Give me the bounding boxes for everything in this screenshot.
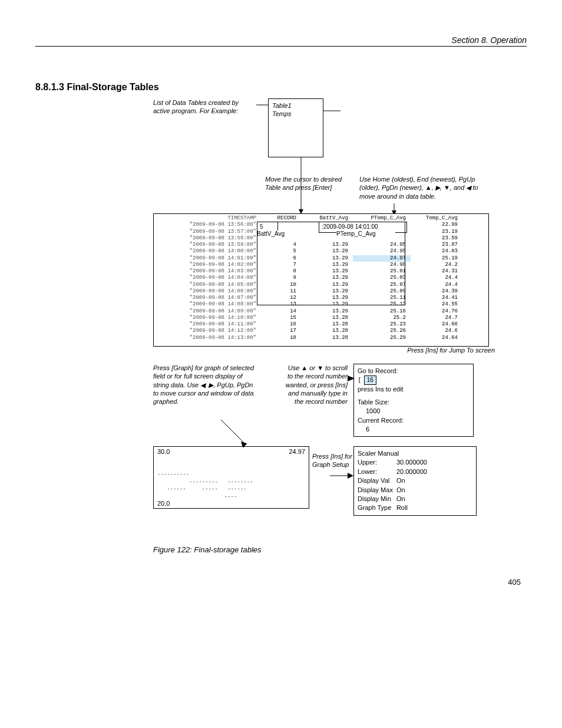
cell: 7 <box>261 262 301 268</box>
scaler-cell: Display Max <box>358 486 396 495</box>
table-row: "2009-09-08 13:58:00"23.59 <box>156 235 486 242</box>
cell: 24.6 <box>411 328 462 334</box>
cell: 13.29 <box>301 255 353 262</box>
scaler-cell: Roll <box>396 503 431 512</box>
table-row: "2009-09-08 14:01:00"613.2924.9725.19 <box>156 255 486 262</box>
arrow-icon <box>330 473 353 479</box>
scaler-row: Display MinOn <box>358 495 431 503</box>
cell: 5 <box>261 248 301 255</box>
cell: 4 <box>261 242 301 248</box>
table-row: "2009-09-08 14:10:00"1513.2825.224.7 <box>156 315 486 321</box>
cell: 25.23 <box>353 321 411 328</box>
cell: 23.87 <box>411 242 462 248</box>
col-header-record: RECORD <box>261 215 301 222</box>
cell: 24.7 <box>411 315 462 321</box>
cell: 24.2 <box>411 262 462 268</box>
table-row: "2009-09-08 14:13:00"1813.2825.2924.64 <box>156 335 486 341</box>
table-row: "2009-09-08 14:08:00"1313.2925.1324.55 <box>156 301 486 308</box>
annotation-scroll: Use ▲ or ▼ to scroll to the record numbe… <box>283 364 348 406</box>
table-row: "2009-09-08 14:04:00"913.2925.0324.4 <box>156 275 486 281</box>
cell: 25.09 <box>353 288 411 295</box>
goto-value[interactable]: 16 <box>364 375 376 385</box>
cell: 13.28 <box>301 335 353 341</box>
cell: 14 <box>261 308 301 315</box>
table-row: "2009-09-08 14:09:00"1413.2925.1624.76 <box>156 308 486 315</box>
cell: "2009-09-08 14:08:00" <box>156 301 261 308</box>
cell: 9 <box>261 275 301 281</box>
cell: "2009-09-08 14:11:00" <box>156 321 261 328</box>
cell: 24.76 <box>411 308 462 315</box>
scaler-table: Upper:30.000000Lower:20.000000Display Va… <box>358 458 431 512</box>
scaler-cell: Upper: <box>358 458 396 467</box>
svg-line-7 <box>221 420 244 443</box>
cell: 25.13 <box>353 301 411 308</box>
cell: 25.2 <box>353 315 411 321</box>
annotation-move: Move the cursor to desired Table and pre… <box>265 175 348 192</box>
cell: 12 <box>261 295 301 301</box>
cell: 6 <box>261 255 301 262</box>
arrow-icon <box>221 420 256 449</box>
table-row: "2009-09-08 14:05:00"1013.2925.0724.4 <box>156 282 486 288</box>
cell: 13.29 <box>301 268 353 275</box>
cell: 25.29 <box>353 335 411 341</box>
cell: 24.95 <box>353 242 411 248</box>
table-row: "2009-09-08 14:11:00"1613.2825.2324.66 <box>156 321 486 328</box>
cell: "2009-09-08 14:02:00" <box>156 262 261 268</box>
cell: 25.07 <box>353 282 411 288</box>
scaler-row: Graph TypeRoll <box>358 503 431 512</box>
table-row: "2009-09-08 14:02:00"713.2924.9824.2 <box>156 262 486 268</box>
cell: 13.29 <box>301 248 353 255</box>
cell: "2009-09-08 14:06:00" <box>156 288 261 295</box>
cell: 13.29 <box>301 295 353 301</box>
cell: 24.98 <box>353 262 411 268</box>
inner-battv-label: BattV_Avg <box>257 230 298 238</box>
cell: 25.11 <box>353 295 411 301</box>
cell: 17 <box>261 328 301 334</box>
graph-upper: 30.0 <box>157 448 170 455</box>
cell: 23.19 <box>411 229 462 235</box>
scaler-cell: On <box>396 495 431 503</box>
scaler-cell: Display Val <box>358 476 396 485</box>
cell: 25.19 <box>411 255 462 262</box>
svg-marker-10 <box>348 473 353 479</box>
scaler-cell: On <box>396 486 431 495</box>
table-row: "2009-09-08 14:12:00"1713.2825.2624.6 <box>156 328 486 334</box>
col-header-temp: Temp_C_Avg <box>411 215 462 222</box>
cell: 24.03 <box>411 248 462 255</box>
cell: 22.99 <box>411 222 462 228</box>
table-row: "2009-09-08 14:07:00"1213.2925.1124.41 <box>156 295 486 301</box>
scaler-cell: 20.000000 <box>396 467 431 476</box>
annotation-ins-jump: Press [Ins] for Jump To screen <box>407 346 495 354</box>
cell: "2009-09-08 14:01:00" <box>156 255 261 262</box>
scaler-title: Scaler Manual <box>358 449 472 458</box>
arrow-icon <box>323 110 340 111</box>
current-record-value: 6 <box>358 425 470 434</box>
cell: 24.55 <box>411 301 462 308</box>
cell: 13.29 <box>301 308 353 315</box>
cell: "2009-09-08 14:12:00" <box>156 328 261 334</box>
cell: 25.26 <box>353 328 411 334</box>
cell: 24.4 <box>411 282 462 288</box>
edit-hint: press Ins to edit <box>358 385 470 394</box>
cell: 13.28 <box>301 321 353 328</box>
cell: 24.64 <box>411 335 462 341</box>
cell: 13.29 <box>301 242 353 248</box>
table-row: "2009-09-08 14:00:00"513.2924.9524.03 <box>156 248 486 255</box>
figure-caption: Figure 122: Final-storage tables <box>153 545 527 554</box>
col-header-ptemp: PTemp_C_Avg <box>353 215 411 222</box>
cell: 13.29 <box>301 262 353 268</box>
cell: 13.28 <box>301 328 353 334</box>
cell: 16 <box>261 321 301 328</box>
graph-trace: ---------- --------- -------- ------ ---… <box>157 470 305 500</box>
data-table-panel: TIMESTAMP RECORD BattV_Avg PTemp_C_Avg T… <box>153 213 489 347</box>
cell: "2009-09-08 14:10:00" <box>156 315 261 321</box>
scaler-row: Display ValOn <box>358 476 431 485</box>
cell: 13.29 <box>301 282 353 288</box>
cell: 25.03 <box>353 275 411 281</box>
annotation-list: List of Data Tables created by active pr… <box>153 98 256 116</box>
cell: 10 <box>261 282 301 288</box>
cell: 13.29 <box>301 301 353 308</box>
cell: 24.95 <box>353 248 411 255</box>
table-row: "2009-09-08 14:06:00"1113.2925.0924.39 <box>156 288 486 295</box>
scaler-cell: Lower: <box>358 467 396 476</box>
